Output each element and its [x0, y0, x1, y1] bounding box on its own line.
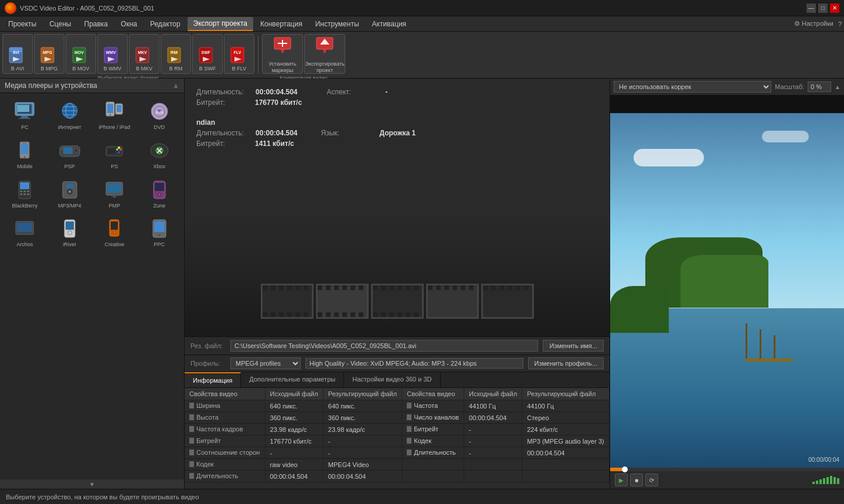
svg-point-80 — [69, 190, 71, 193]
btn-mov[interactable]: MOV В MOV — [66, 34, 96, 74]
change-profile-button[interactable]: Изменить профиль... — [528, 357, 604, 369]
duration-value: 00:00:04.504 — [256, 88, 297, 96]
profile-select[interactable]: MPEG4 profiles — [230, 357, 301, 369]
svg-point-63 — [116, 148, 118, 151]
scale-input[interactable]: 0 % — [808, 81, 831, 92]
device-mp3-mp4[interactable]: MP3/MP4 — [49, 175, 91, 212]
audio-prop-name: Битрейт — [402, 424, 464, 435]
svg-rect-46 — [117, 105, 121, 112]
playbar-thumb[interactable] — [622, 466, 628, 472]
device-ps[interactable]: PS — [93, 136, 136, 173]
btn-mpg[interactable]: MPG В MPG — [34, 34, 64, 74]
device-blackberry[interactable]: BlackBerry — [4, 175, 46, 212]
svg-point-62 — [118, 151, 120, 154]
device-pmp[interactable]: PMP — [93, 175, 136, 212]
menu-edit[interactable]: Правка — [79, 18, 114, 30]
left-panel-scroll-up-icon: ▲ — [172, 81, 179, 90]
video-source-value: 176770 кбит/с — [265, 435, 323, 447]
preview-playbar[interactable] — [610, 468, 844, 471]
svg-rect-71 — [20, 182, 29, 189]
scale-stepper-up[interactable]: ▲ — [835, 84, 840, 90]
scroll-down-button[interactable]: ▼ — [0, 479, 184, 489]
audio-result-header: Результирующий файл — [522, 388, 610, 400]
btn-export-project[interactable]: Экспортировать проект — [304, 34, 345, 74]
device-psp[interactable]: PSP — [49, 136, 91, 173]
cloud-2 — [762, 131, 809, 142]
menu-projects[interactable]: Проекты — [2, 18, 42, 30]
menu-convert[interactable]: Конвертация — [254, 18, 308, 30]
device-archos[interactable]: Archos — [4, 214, 46, 251]
archos-icon — [11, 217, 38, 240]
btn-wmv[interactable]: WMV В WMV — [97, 34, 128, 74]
preview-video-area: 00:00/00:04 — [610, 113, 844, 468]
device-pc[interactable]: PC — [4, 97, 46, 134]
svg-text:MPG: MPG — [43, 50, 53, 55]
btn-mkv[interactable]: MKV В MKV — [129, 34, 159, 74]
mov-label: В MOV — [72, 66, 89, 72]
mpg-label: В MPG — [40, 66, 57, 72]
btn-set-markers[interactable]: Установить маркеры — [262, 34, 303, 74]
correction-select[interactable]: Не использовать коррек — [614, 81, 771, 93]
device-dvd[interactable]: DVD DVD — [138, 97, 181, 134]
profile-value-input[interactable]: High Quality - Video: XviD MPEG4; Audio:… — [305, 358, 523, 369]
svg-text:RM: RM — [171, 50, 178, 55]
svg-point-64 — [118, 147, 120, 149]
menu-export[interactable]: Экспорт проекта — [188, 17, 253, 31]
export-project-icon — [314, 34, 335, 59]
codec-value: ndian — [196, 118, 215, 127]
device-ppc[interactable]: PPC — [138, 214, 181, 251]
bitrate-label: Битрейт: — [196, 98, 243, 107]
mov-icon: MOV — [72, 44, 90, 65]
svg-rect-98 — [111, 222, 118, 230]
tab-video360[interactable]: Настройки видео 360 и 3D — [344, 372, 440, 387]
device-internet[interactable]: Интернет — [49, 97, 91, 134]
aspect-value: - — [386, 88, 388, 96]
playbar-fill — [610, 468, 622, 471]
flv-label: В FLV — [232, 66, 246, 72]
menu-editor[interactable]: Редактор — [144, 18, 186, 30]
audio-result-value: Стерео — [522, 412, 610, 424]
menu-tools[interactable]: Инструменты — [309, 18, 365, 30]
change-filename-button[interactable]: Изменить имя... — [543, 340, 604, 352]
tab-info[interactable]: Информация — [185, 372, 241, 387]
device-zune[interactable]: Zune — [138, 175, 181, 212]
menu-scenes[interactable]: Сцены — [43, 18, 77, 30]
menu-activate[interactable]: Активация — [366, 18, 413, 30]
audio-result-value: MP3 (MPEG audio layer 3) — [522, 435, 610, 447]
audio-bitrate-label: Битрейт: — [196, 139, 243, 148]
video-prop-name: Частота кадров — [185, 424, 265, 435]
svg-point-103 — [158, 234, 161, 236]
svg-text:MOV: MOV — [74, 50, 84, 55]
svg-rect-74 — [27, 190, 29, 192]
audio-result-value — [522, 471, 610, 482]
filepath-input[interactable]: C:\Users\Software Testing\Videos\A005_C0… — [230, 340, 538, 352]
iriver-icon — [56, 217, 83, 240]
xbox-icon — [146, 139, 173, 162]
help-menu-item[interactable]: ? — [838, 21, 842, 28]
device-xbox[interactable]: Xbox — [138, 136, 181, 173]
settings-menu-item[interactable]: ⚙ Настройки — [794, 20, 833, 28]
stop-button[interactable]: ■ — [630, 474, 643, 486]
menu-window[interactable]: Окна — [115, 18, 143, 30]
btn-avi[interactable]: AVI В AVI — [2, 34, 33, 74]
device-iriver[interactable]: iRiver — [49, 214, 91, 251]
btn-swf[interactable]: SWF В SWF — [192, 34, 223, 74]
video-result-value: MPEG4 Video — [323, 459, 402, 471]
app-logo — [5, 2, 16, 14]
minimize-button[interactable]: — — [806, 4, 816, 13]
ps-icon — [101, 139, 128, 162]
btn-rm[interactable]: RM В RM — [161, 34, 191, 74]
svg-text:SWF: SWF — [201, 50, 210, 55]
tab-additional[interactable]: Дополнительные параметры — [241, 372, 344, 387]
info-row-1: Длительность: 00:00:04.504 Аспект: - — [196, 88, 598, 96]
maximize-button[interactable]: □ — [818, 4, 828, 13]
loop-button[interactable]: ⟳ — [645, 474, 658, 486]
right-panel: Не использовать коррек Масштаб: 0 % ▲ — [610, 79, 844, 489]
device-creative[interactable]: Creative — [93, 214, 136, 251]
svg-rect-102 — [154, 222, 165, 232]
close-button[interactable]: ✕ — [830, 4, 839, 13]
device-iphone-ipad[interactable]: iPhone / iPad — [93, 97, 136, 134]
device-mobile[interactable]: Mobile — [4, 136, 46, 173]
btn-flv[interactable]: FLV В FLV — [224, 34, 254, 74]
play-button[interactable]: ▶ — [615, 474, 628, 486]
